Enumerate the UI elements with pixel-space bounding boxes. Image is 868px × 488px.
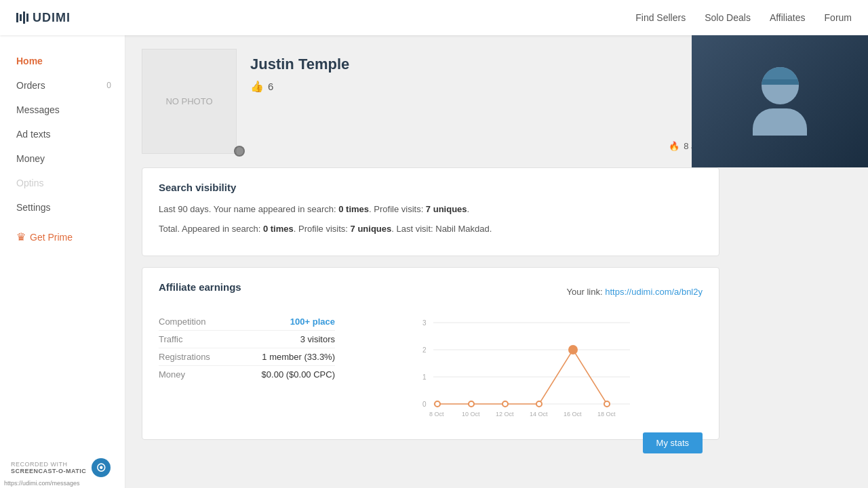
crown-icon: ♛ [16, 230, 26, 243]
orders-badge: 0 [106, 81, 111, 90]
svg-point-17 [569, 346, 577, 354]
affiliate-content: Competition 100+ place Traffic 3 visitor… [159, 313, 703, 422]
watermark: RECORDED WITH SCREENCAST-O-MATIC ⦿ [11, 458, 111, 477]
svg-point-14 [469, 401, 474, 407]
svg-text:18 Oct: 18 Oct [597, 411, 616, 418]
sidebar-item-home[interactable]: Home [0, 49, 125, 73]
sidebar-item-messages[interactable]: Messages [0, 98, 125, 122]
get-prime-button[interactable]: ♛ Get Prime [0, 220, 125, 254]
sidebar-item-ad-texts[interactable]: Ad texts [0, 122, 125, 146]
affiliate-link[interactable]: https://udimi.com/a/bnl2y [605, 287, 703, 297]
search-visibility-line2: Total. Appeared in search: 0 times. Prof… [159, 222, 703, 237]
sidebar-item-money[interactable]: Money [0, 146, 125, 171]
profile-section: NO PHOTO Justin Temple 👍 6 🔥 8 awards [142, 49, 719, 154]
bottom-url: https://udimi.com/messages [0, 479, 84, 488]
svg-text:0: 0 [422, 401, 427, 408]
sidebar-item-settings[interactable]: Settings [0, 195, 125, 220]
stat-row-money: Money $0.00 ($0.00 CPC) [159, 366, 335, 383]
top-nav: Find Sellers Solo Deals Affiliates Forum [635, 12, 852, 23]
svg-text:16 Oct: 16 Oct [564, 411, 582, 418]
profile-info: Justin Temple 👍 6 [250, 49, 655, 154]
search-visibility-card: Search visibility Last 90 days. Your nam… [142, 167, 719, 256]
main-content: NO PHOTO Justin Temple 👍 6 🔥 8 awards Se… [125, 35, 736, 488]
nav-affiliates[interactable]: Affiliates [770, 12, 806, 23]
svg-point-16 [536, 401, 542, 407]
affiliate-stats: Competition 100+ place Traffic 3 visitor… [159, 313, 335, 422]
profile-likes: 👍 6 [250, 80, 655, 93]
profile-name: Justin Temple [250, 56, 655, 73]
nav-solo-deals[interactable]: Solo Deals [705, 12, 751, 23]
nav-find-sellers[interactable]: Find Sellers [635, 12, 686, 23]
sidebar-item-orders[interactable]: Orders 0 [0, 73, 125, 98]
affiliate-earnings-card: Affiliate earnings Your link: https://ud… [142, 267, 719, 440]
video-overlay [692, 35, 868, 167]
svg-text:3: 3 [422, 319, 427, 327]
screencast-logo: ⦿ [92, 458, 111, 477]
svg-text:14 Oct: 14 Oct [530, 411, 548, 418]
svg-text:10 Oct: 10 Oct [462, 411, 480, 418]
svg-text:2: 2 [422, 346, 427, 354]
thumbs-up-icon: 👍 [250, 80, 264, 93]
svg-text:12 Oct: 12 Oct [496, 411, 514, 418]
logo-text: UDIMI [33, 11, 71, 25]
stat-row-registrations: Registrations 1 member (33.3%) [159, 348, 335, 366]
fire-icon: 🔥 [669, 141, 679, 151]
chart-svg: 3 2 1 0 [349, 313, 703, 422]
my-stats-button[interactable]: My stats [643, 432, 703, 453]
search-visibility-line1: Last 90 days. Your name appeared in sear… [159, 203, 703, 217]
logo[interactable]: UDIMI [16, 11, 71, 25]
stat-row-competition: Competition 100+ place [159, 313, 335, 331]
svg-text:1: 1 [422, 373, 427, 381]
sidebar: Home Orders 0 Messages Ad texts Money Op… [0, 35, 125, 488]
logo-icon [16, 12, 28, 24]
video-person [692, 35, 868, 167]
affiliate-chart: 3 2 1 0 [349, 313, 703, 422]
search-visibility-title: Search visibility [159, 182, 703, 193]
affiliate-header: Affiliate earnings Your link: https://ud… [159, 281, 703, 302]
svg-point-13 [435, 401, 440, 407]
stat-row-traffic: Traffic 3 visitors [159, 331, 335, 348]
svg-point-15 [502, 401, 508, 407]
svg-point-18 [604, 401, 610, 407]
affiliate-title: Affiliate earnings [159, 281, 241, 293]
affiliate-link-section: Your link: https://udimi.com/a/bnl2y [567, 287, 703, 297]
nav-forum[interactable]: Forum [825, 12, 852, 23]
sidebar-item-optins: Optins [0, 171, 125, 195]
topbar: UDIMI Find Sellers Solo Deals Affiliates… [0, 0, 868, 35]
svg-text:8 Oct: 8 Oct [429, 411, 444, 418]
profile-photo: NO PHOTO [142, 49, 237, 154]
